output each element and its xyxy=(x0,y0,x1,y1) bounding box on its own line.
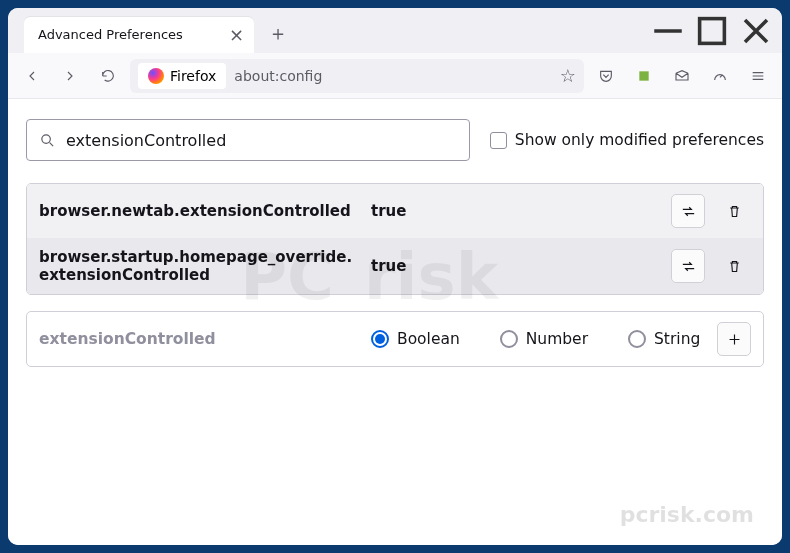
titlebar: Advanced Preferences × ＋ xyxy=(8,8,782,53)
search-icon xyxy=(39,132,56,149)
add-pref-row: extensionControlled Boolean Number Strin… xyxy=(26,311,764,367)
address-bar[interactable]: Firefox about:config ☆ xyxy=(130,59,584,93)
radio-label: Boolean xyxy=(397,330,460,348)
svg-point-2 xyxy=(42,134,51,143)
svg-rect-1 xyxy=(639,71,648,80)
url-text: about:config xyxy=(234,68,322,84)
pref-name: browser.newtab.extensionControlled xyxy=(39,202,359,220)
browser-tab[interactable]: Advanced Preferences × xyxy=(24,17,254,53)
radio-icon xyxy=(500,330,518,348)
type-radios: Boolean Number String xyxy=(371,330,705,348)
type-boolean-radio[interactable]: Boolean xyxy=(371,330,460,348)
navigation-toolbar: Firefox about:config ☆ xyxy=(8,53,782,99)
identity-label: Firefox xyxy=(170,68,216,84)
tab-title: Advanced Preferences xyxy=(38,27,183,42)
radio-icon xyxy=(371,330,389,348)
new-tab-button[interactable]: ＋ xyxy=(262,18,294,50)
checkbox-label: Show only modified preferences xyxy=(515,131,764,149)
minimize-button[interactable] xyxy=(646,8,690,53)
search-input[interactable] xyxy=(66,131,457,150)
toggle-button[interactable] xyxy=(671,249,705,283)
type-number-radio[interactable]: Number xyxy=(500,330,588,348)
identity-box[interactable]: Firefox xyxy=(138,63,226,89)
close-window-button[interactable] xyxy=(734,8,778,53)
inbox-icon[interactable] xyxy=(666,60,698,92)
maximize-button[interactable] xyxy=(690,8,734,53)
show-modified-checkbox[interactable]: Show only modified preferences xyxy=(490,131,764,149)
firefox-icon xyxy=(148,68,164,84)
preference-results: browser.newtab.extensionControlled true … xyxy=(26,183,764,295)
svg-rect-0 xyxy=(700,18,725,43)
add-button[interactable] xyxy=(717,322,751,356)
about-config-content: Show only modified preferences browser.n… xyxy=(8,99,782,545)
pref-name: browser.startup.homepage_override.extens… xyxy=(39,248,359,284)
pref-row: browser.newtab.extensionControlled true xyxy=(27,184,763,238)
pref-value: true xyxy=(371,202,659,220)
pref-value: true xyxy=(371,257,659,275)
speed-icon[interactable] xyxy=(704,60,736,92)
window-controls xyxy=(646,8,778,53)
radio-icon xyxy=(628,330,646,348)
app-menu-button[interactable] xyxy=(742,60,774,92)
delete-button[interactable] xyxy=(717,249,751,283)
radio-label: String xyxy=(654,330,700,348)
search-row: Show only modified preferences xyxy=(26,119,764,161)
toggle-button[interactable] xyxy=(671,194,705,228)
back-button[interactable] xyxy=(16,60,48,92)
radio-label: Number xyxy=(526,330,588,348)
extension-icon[interactable] xyxy=(628,60,660,92)
reload-button[interactable] xyxy=(92,60,124,92)
close-tab-icon[interactable]: × xyxy=(229,26,244,44)
window: Advanced Preferences × ＋ Firefox about:c… xyxy=(8,8,782,545)
pref-row: browser.startup.homepage_override.extens… xyxy=(27,238,763,294)
forward-button[interactable] xyxy=(54,60,86,92)
search-box[interactable] xyxy=(26,119,470,161)
type-string-radio[interactable]: String xyxy=(628,330,700,348)
checkbox-icon xyxy=(490,132,507,149)
add-pref-name: extensionControlled xyxy=(39,330,359,348)
delete-button[interactable] xyxy=(717,194,751,228)
pocket-icon[interactable] xyxy=(590,60,622,92)
bookmark-star-icon[interactable]: ☆ xyxy=(560,65,576,86)
